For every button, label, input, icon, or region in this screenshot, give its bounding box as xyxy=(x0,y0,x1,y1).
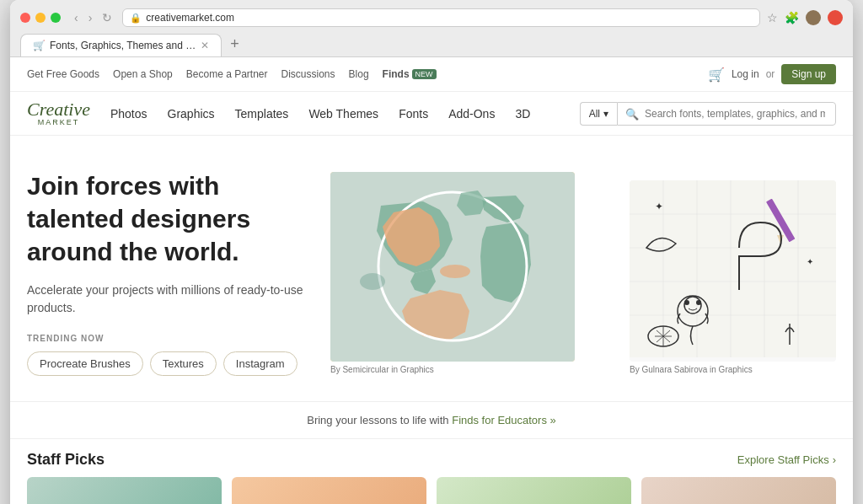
hero-subtext: Accelerate your projects with millions o… xyxy=(27,281,314,317)
staff-pick-card-2[interactable] xyxy=(232,477,426,504)
svg-point-2 xyxy=(440,265,470,278)
browser-nav-buttons: ‹ › ↻ xyxy=(71,9,115,26)
reload-button[interactable]: ↻ xyxy=(99,9,115,26)
staff-pick-card-1[interactable] xyxy=(27,477,222,504)
lock-icon: 🔒 xyxy=(130,13,142,24)
map-caption: By Semicircular in Graphics xyxy=(330,365,575,374)
staff-picks-title: Staff Picks xyxy=(27,451,105,469)
address-bar[interactable]: 🔒 creativemarket.com xyxy=(122,8,760,27)
hero-text: Join forces with talented designers arou… xyxy=(27,169,314,376)
svg-text:✦: ✦ xyxy=(807,257,813,266)
tab-close-button[interactable]: ✕ xyxy=(201,40,209,51)
search-icon: 🔍 xyxy=(625,107,639,120)
blog-link[interactable]: Blog xyxy=(349,68,369,80)
nav-fonts[interactable]: Fonts xyxy=(399,107,428,121)
logo-market: MARKET xyxy=(27,119,90,126)
open-shop-link[interactable]: Open a Shop xyxy=(113,68,173,80)
staff-picks-header: Staff Picks Explore Staff Picks › xyxy=(10,438,853,477)
top-nav-right: 🛒 Log in or Sign up xyxy=(708,64,836,84)
tag-instagram[interactable]: Instagram xyxy=(223,351,297,376)
search-wrapper: 🔍 xyxy=(617,102,836,126)
cart-icon[interactable]: 🛒 xyxy=(708,67,725,83)
tabs-bar: 🛒 Fonts, Graphics, Themes and … ✕ + xyxy=(20,34,843,56)
educators-link[interactable]: Finds for Educators » xyxy=(452,414,556,426)
logo-creative: Creative xyxy=(27,100,90,119)
active-tab[interactable]: 🛒 Fonts, Graphics, Themes and … ✕ xyxy=(20,34,222,56)
become-partner-link[interactable]: Become a Partner xyxy=(186,68,268,80)
search-category-dropdown[interactable]: All ▾ xyxy=(580,102,617,126)
search-input[interactable] xyxy=(617,102,836,126)
tag-textures[interactable]: Textures xyxy=(150,351,217,376)
get-free-goods-link[interactable]: Get Free Goods xyxy=(27,68,99,80)
browser-actions: ☆ 🧩 xyxy=(767,10,843,25)
nav-3d[interactable]: 3D xyxy=(515,107,530,121)
hero-headline: Join forces with talented designers arou… xyxy=(27,169,314,268)
url-text: creativemarket.com xyxy=(146,12,234,24)
extensions-button[interactable]: 🧩 xyxy=(785,11,799,24)
svg-point-18 xyxy=(696,300,701,305)
logo[interactable]: Creative MARKET xyxy=(27,100,90,126)
main-nav: Creative MARKET Photos Graphics Template… xyxy=(10,92,853,136)
traffic-lights xyxy=(20,13,61,23)
hero-map-image: By Semicircular in Graphics xyxy=(330,172,575,362)
svg-point-17 xyxy=(684,300,689,305)
map-svg xyxy=(330,172,575,362)
search-area: All ▾ 🔍 xyxy=(580,102,836,126)
nav-templates[interactable]: Templates xyxy=(235,107,289,121)
doodle-caption: By Gulnara Sabirova in Graphics xyxy=(630,365,836,374)
minimize-button[interactable] xyxy=(35,13,46,23)
nav-photos[interactable]: Photos xyxy=(110,107,147,121)
trending-tags: Procreate Brushes Textures Instagram xyxy=(27,351,314,376)
tab-favicon: 🛒 xyxy=(33,40,45,51)
svg-point-4 xyxy=(360,273,385,290)
staff-pick-card-4[interactable] xyxy=(641,477,836,504)
new-tab-button[interactable]: + xyxy=(223,35,246,56)
staff-picks-row xyxy=(10,477,853,504)
new-badge: NEW xyxy=(412,69,437,79)
staff-pick-card-3[interactable] xyxy=(437,477,631,504)
chevron-right-icon: › xyxy=(833,453,836,466)
nav-web-themes[interactable]: Web Themes xyxy=(308,107,378,121)
or-text: or xyxy=(766,68,775,80)
maximize-button[interactable] xyxy=(51,13,61,23)
page-content: Get Free Goods Open a Shop Become a Part… xyxy=(10,57,853,504)
login-link[interactable]: Log in xyxy=(732,68,759,80)
trending-label: TRENDING NOW xyxy=(27,334,314,343)
tag-procreate-brushes[interactable]: Procreate Brushes xyxy=(27,351,143,376)
educators-bar: Bring your lessons to life with Finds fo… xyxy=(10,401,853,438)
finds-badge[interactable]: Finds NEW xyxy=(383,68,437,80)
back-button[interactable]: ‹ xyxy=(71,9,82,26)
nav-add-ons[interactable]: Add-Ons xyxy=(448,107,495,121)
chevron-down-icon: ▾ xyxy=(603,108,608,120)
finds-link[interactable]: Finds xyxy=(383,68,410,80)
hero-images: By Semicircular in Graphics xyxy=(330,172,836,374)
top-nav: Get Free Goods Open a Shop Become a Part… xyxy=(10,57,853,92)
hero-doodle-image: ✦ ✦ By Gulnara Sabirova in Graphics xyxy=(630,180,836,362)
signup-button[interactable]: Sign up xyxy=(781,64,836,84)
nav-graphics[interactable]: Graphics xyxy=(168,107,215,121)
discussions-link[interactable]: Discussions xyxy=(281,68,335,80)
forward-button[interactable]: › xyxy=(85,9,96,26)
educators-text: Bring your lessons to life with xyxy=(307,414,452,426)
svg-text:✦: ✦ xyxy=(655,201,663,212)
tab-title: Fonts, Graphics, Themes and … xyxy=(50,40,196,51)
browser-ext-red xyxy=(828,10,843,25)
star-button[interactable]: ☆ xyxy=(767,11,778,24)
doodle-svg: ✦ ✦ xyxy=(630,180,836,357)
close-button[interactable] xyxy=(20,13,30,23)
explore-staff-picks-link[interactable]: Explore Staff Picks › xyxy=(737,453,836,466)
hero-section: Join forces with talented designers arou… xyxy=(10,136,853,401)
browser-user-avatar[interactable] xyxy=(806,10,821,25)
main-nav-links: Photos Graphics Templates Web Themes Fon… xyxy=(110,107,530,121)
top-nav-links: Get Free Goods Open a Shop Become a Part… xyxy=(27,68,437,80)
